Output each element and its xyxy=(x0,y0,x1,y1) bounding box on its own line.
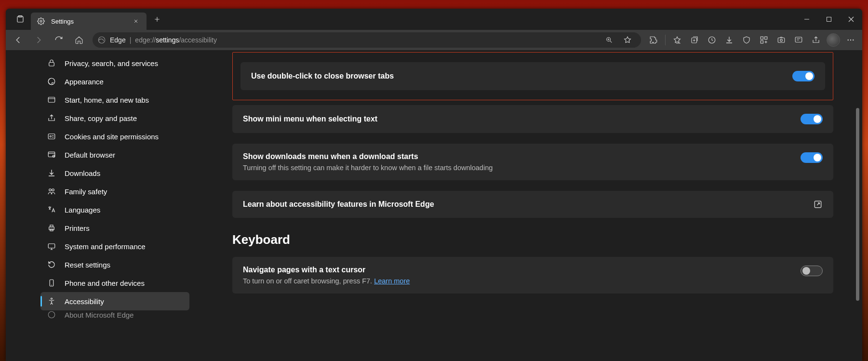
address-separator: | xyxy=(130,36,132,44)
sidebar-item-about[interactable]: About Microsoft Edge xyxy=(40,310,189,319)
tab-actions-button[interactable] xyxy=(10,9,31,30)
zoom-icon[interactable] xyxy=(601,31,618,49)
setting-downloads-menu: Show downloads menu when a download star… xyxy=(232,144,833,180)
sidebar-item-printers[interactable]: Printers xyxy=(40,219,189,237)
sidebar-item-downloads[interactable]: Downloads xyxy=(40,164,189,182)
sidebar-item-cookies[interactable]: Cookies and site permissions xyxy=(40,127,189,146)
back-button[interactable] xyxy=(9,31,28,49)
close-window-button[interactable] xyxy=(840,9,862,30)
sidebar-item-share[interactable]: Share, copy and paste xyxy=(40,109,189,127)
web-capture-icon[interactable] xyxy=(773,31,790,49)
sidebar-item-appearance[interactable]: Appearance xyxy=(40,72,189,91)
profile-button[interactable] xyxy=(825,31,842,49)
svg-rect-19 xyxy=(48,97,55,103)
setting-title: Use double-click to close browser tabs xyxy=(251,72,792,80)
maximize-button[interactable] xyxy=(818,9,840,30)
svg-rect-11 xyxy=(778,38,785,43)
close-tab-button[interactable] xyxy=(130,15,142,27)
sidebar-item-languages[interactable]: Languages xyxy=(40,201,189,219)
cookies-icon xyxy=(46,132,57,141)
setting-caret-browsing: Navigate pages with a text cursor To tur… xyxy=(232,257,833,294)
titlebar: Settings xyxy=(6,9,862,30)
appearance-icon xyxy=(46,77,57,86)
caret-sub-text: To turn on or off caret browsing, press … xyxy=(243,277,374,285)
sidebar-item-start[interactable]: Start, home, and new tabs xyxy=(40,91,189,109)
reset-icon xyxy=(46,260,57,269)
refresh-button[interactable] xyxy=(49,31,68,49)
forward-button[interactable] xyxy=(29,31,48,49)
family-icon xyxy=(46,187,57,196)
new-tab-button[interactable] xyxy=(149,12,165,27)
toggle-double-click-close[interactable] xyxy=(792,71,815,81)
scrollbar-thumb[interactable] xyxy=(856,108,859,301)
gear-icon xyxy=(36,17,46,25)
sidebar-item-family[interactable]: Family safety xyxy=(40,182,189,201)
toggle-caret-browsing[interactable] xyxy=(801,266,823,276)
svg-point-21 xyxy=(50,136,51,137)
sidebar-item-label: Appearance xyxy=(65,78,104,86)
languages-icon xyxy=(46,205,57,214)
browser-icon xyxy=(46,150,57,159)
sidebar-item-default-browser[interactable]: Default browser xyxy=(40,146,189,164)
address-bar[interactable]: Edge | edge://settings/accessibility xyxy=(93,32,641,48)
sidebar-item-reset[interactable]: Reset settings xyxy=(40,255,189,274)
toolbar: Edge | edge://settings/accessibility xyxy=(6,30,862,50)
sidebar-item-label: Privacy, search, and services xyxy=(65,59,158,67)
svg-point-14 xyxy=(848,40,849,40)
sidebar-item-label: Default browser xyxy=(65,151,115,159)
window-icon xyxy=(46,95,57,104)
favorite-icon[interactable] xyxy=(619,31,636,49)
settings-main: Use double-click to close browser tabs S… xyxy=(203,50,862,361)
svg-rect-8 xyxy=(761,37,763,39)
about-icon xyxy=(46,310,57,319)
share-icon xyxy=(46,114,57,122)
sidebar-item-phone[interactable]: Phone and other devices xyxy=(40,274,189,292)
collections-icon[interactable] xyxy=(686,31,703,49)
history-icon[interactable] xyxy=(703,31,721,49)
sidebar-item-label: Reset settings xyxy=(65,261,110,269)
toggle-mini-menu[interactable] xyxy=(801,114,823,124)
performance-icon[interactable] xyxy=(790,31,807,49)
svg-point-15 xyxy=(850,40,851,40)
sidebar-item-accessibility[interactable]: Accessibility xyxy=(40,292,189,310)
toggle-downloads-menu[interactable] xyxy=(801,152,823,163)
sidebar-item-system[interactable]: System and performance xyxy=(40,237,189,255)
phone-icon xyxy=(46,279,57,287)
address-brand: Edge xyxy=(110,36,126,44)
avatar xyxy=(827,33,840,47)
svg-rect-29 xyxy=(48,244,55,248)
svg-rect-20 xyxy=(48,134,55,139)
svg-point-16 xyxy=(853,40,854,40)
scrollbar[interactable] xyxy=(856,50,859,361)
svg-point-32 xyxy=(48,311,55,318)
svg-point-25 xyxy=(52,189,54,191)
share-icon[interactable] xyxy=(807,31,825,49)
favorites-icon[interactable] xyxy=(668,31,686,49)
sidebar-item-label: Printers xyxy=(65,224,90,232)
settings-sidebar: Privacy, search, and services Appearance… xyxy=(6,50,203,361)
svg-point-24 xyxy=(49,189,52,191)
setting-subtitle: Turning off this setting can make it har… xyxy=(243,164,801,172)
setting-learn-accessibility[interactable]: Learn about accessibility features in Mi… xyxy=(232,191,833,218)
sidebar-item-label: Share, copy and paste xyxy=(65,114,137,122)
apps-icon[interactable] xyxy=(755,31,773,49)
sidebar-item-label: Phone and other devices xyxy=(65,279,145,287)
svg-point-4 xyxy=(98,37,105,43)
svg-rect-10 xyxy=(761,41,763,43)
setting-subtitle: To turn on or off caret browsing, press … xyxy=(243,277,801,285)
sidebar-item-privacy[interactable]: Privacy, search, and services xyxy=(40,54,189,72)
extensions-icon[interactable] xyxy=(645,31,662,49)
svg-rect-3 xyxy=(827,17,831,22)
more-icon[interactable] xyxy=(842,31,859,49)
learn-more-link[interactable]: Learn more xyxy=(374,277,410,285)
external-link-icon xyxy=(813,200,823,209)
tracking-prevention-icon[interactable] xyxy=(738,31,755,49)
printer-icon xyxy=(46,224,57,232)
setting-title: Show mini menu when selecting text xyxy=(243,115,801,123)
home-button[interactable] xyxy=(69,31,89,49)
browser-tab[interactable]: Settings xyxy=(31,13,147,30)
downloads-icon[interactable] xyxy=(721,31,738,49)
svg-point-31 xyxy=(51,298,53,299)
lock-icon xyxy=(46,59,57,67)
minimize-button[interactable] xyxy=(796,9,818,30)
